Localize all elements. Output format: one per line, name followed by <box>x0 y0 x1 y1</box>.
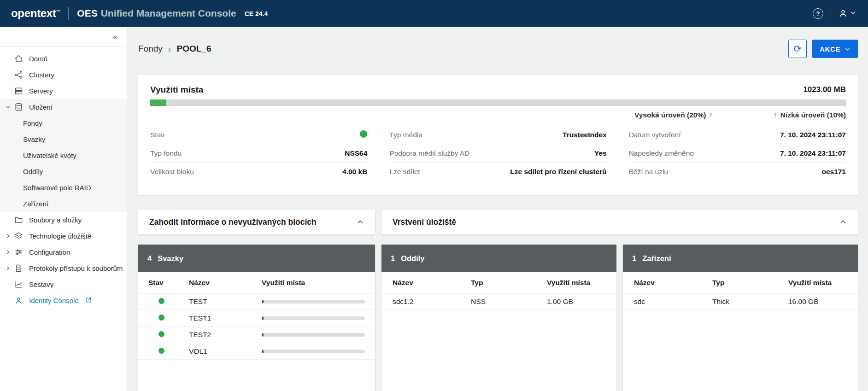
tiering-section: Vrstvení úložiště 1 Oddíly Název Typ <box>381 210 858 391</box>
section-title: Zahodit informace o nevyužívaných blocíc… <box>149 217 317 227</box>
sidebar-item-label: Identity Console <box>29 297 79 304</box>
table-row[interactable]: sdc Thick 16.00 GB <box>623 293 858 310</box>
trademark: ™ <box>56 9 60 14</box>
breadcrumb-current: POOL_6 <box>176 44 211 54</box>
detail-label: Datum vytvoření <box>629 131 681 139</box>
refresh-button[interactable]: ⟳ <box>788 40 807 58</box>
detail-value: 7. 10. 2024 23:11:07 <box>780 149 846 158</box>
sidebar-collapse-button[interactable]: « <box>112 32 117 41</box>
actions-button-label: AKCE <box>820 45 840 53</box>
partitions-title: Oddíly <box>401 254 424 263</box>
column-header-typ: Typ <box>712 279 788 287</box>
volumes-table-header: Stav Název Využití místa <box>138 272 375 293</box>
devices-panel-header: 1 Zařízení <box>623 245 858 272</box>
device-usage: 16.00 GB <box>788 298 847 306</box>
column-header-vyuziti: Využití místa <box>262 279 365 287</box>
help-icon[interactable]: ? <box>813 8 823 19</box>
device-type: Thick <box>712 298 788 306</box>
column-header-stav: Stav <box>148 279 189 287</box>
chevron-right-icon[interactable] <box>5 265 11 271</box>
low-watermark-text: Nízká úroveň (10%) <box>780 111 846 119</box>
partitions-table: Název Typ Využití místa sdc1.2 NSS 1.00 … <box>381 272 616 391</box>
breadcrumb-parent[interactable]: Fondy <box>138 44 163 54</box>
table-row[interactable]: sdc1.2 NSS 1.00 GB <box>381 293 616 310</box>
chevron-up-icon <box>357 218 364 226</box>
sidebar-child-label: Softwarové pole RAID <box>23 184 91 192</box>
chevron-right-icon[interactable] <box>5 249 11 255</box>
tiering-panels: 1 Oddíly Název Typ Využití místa sdc1.2 <box>381 245 858 391</box>
table-row[interactable]: TEST2 <box>138 327 375 343</box>
breadcrumb: Fondy › POOL_6 <box>138 44 211 54</box>
table-row[interactable]: TEST1 <box>138 310 375 327</box>
sidebar-item-servery[interactable]: Servery <box>0 83 127 99</box>
chevron-down-icon <box>845 46 850 52</box>
status-dot <box>158 331 164 337</box>
sidebar-child-label: Fondy <box>23 119 42 127</box>
watermark-labels: Vysoká úroveň (20%) ↑ ↑ Nízká úroveň (10… <box>150 111 846 119</box>
chevron-down-icon[interactable] <box>5 104 11 110</box>
reports-icon <box>14 280 23 289</box>
sidebar-item-oddily[interactable]: Oddíly <box>0 163 127 180</box>
sidebar-item-clustery[interactable]: Clustery <box>0 67 127 83</box>
sidebar-item-identity-console[interactable]: Identity Console <box>0 292 127 309</box>
column-header-nazev: Název <box>393 279 471 287</box>
device-name: sdc <box>634 298 712 306</box>
actions-button[interactable]: AKCE <box>812 40 858 58</box>
sidebar-item-label: Soubory a složky <box>29 216 82 224</box>
sidebar-item-ulozeni[interactable]: Uložení <box>0 99 127 115</box>
sidebar-item-fondy[interactable]: Fondy <box>0 115 127 131</box>
version-badge: CE 24.4 <box>245 10 268 18</box>
detail-value: Lze sdílet pro řízení clusterů <box>510 168 606 176</box>
topbar-actions: ⟳ AKCE <box>788 40 858 58</box>
detail-label: Podpora médií služby AD <box>389 149 469 158</box>
arrow-up-icon: ↑ <box>709 111 713 119</box>
tiering-section-header[interactable]: Vrstvení úložiště <box>381 210 858 234</box>
sidebar-item-label: Technologie úložiště <box>29 232 91 240</box>
partition-usage: 1.00 GB <box>547 298 605 306</box>
sidebar-item-configuration[interactable]: Configuration <box>0 244 127 260</box>
sidebar-item-technologie-uloziste[interactable]: Technologie úložiště <box>0 228 127 244</box>
table-row[interactable]: VOL1 <box>138 343 375 360</box>
page-topbar: Fondy › POOL_6 ⟳ AKCE <box>138 40 858 58</box>
volumes-count: 4 <box>147 254 152 263</box>
sidebar-item-label: Clustery <box>29 71 54 79</box>
sidebar-item-uzivatelske-kvoty[interactable]: Uživatelské kvóty <box>0 147 127 163</box>
sidebar-child-label: Uživatelské kvóty <box>23 152 76 159</box>
sidebar-item-soubory-a-slozky[interactable]: Soubory a složky <box>0 212 127 228</box>
sidebar-item-softwarove-pole-raid[interactable]: Softwarové pole RAID <box>0 180 127 196</box>
sidebar-item-zarizeni[interactable]: Zařízení <box>0 196 127 212</box>
detail-value: 4.00 kB <box>342 168 367 176</box>
usage-progress-bar <box>150 99 846 106</box>
sidebar-item-sestavy[interactable]: Sestavy <box>0 276 127 292</box>
usage-bar-fill <box>262 300 264 303</box>
pool-details-grid: Stav Typ média TrusteeIndex Datum vytvoř… <box>150 126 846 181</box>
low-watermark-label: ↑ Nízká úroveň (10%) <box>774 111 846 119</box>
user-menu[interactable] <box>839 9 856 18</box>
detail-velikost-bloku: Velikost bloku 4.00 kB <box>150 163 367 181</box>
product-prefix: OES <box>77 8 97 18</box>
section-title: Vrstvení úložiště <box>393 217 456 227</box>
status-dot <box>158 298 164 304</box>
table-row[interactable]: TEST <box>138 293 375 310</box>
chevron-right-icon[interactable] <box>5 233 11 239</box>
sidebar-item-domu[interactable]: Domů <box>0 51 127 67</box>
volumes-table: Stav Název Využití místa TEST TEST1 <box>138 272 375 391</box>
usage-bar-fill <box>262 350 264 353</box>
logo-text: opentext <box>11 7 56 19</box>
usage-title: Využití místa <box>150 85 203 95</box>
column-header-vyuziti: Využití místa <box>547 279 605 287</box>
volume-name: TEST <box>189 298 258 306</box>
main-content: Fondy › POOL_6 ⟳ AKCE Využití místa 1023… <box>127 27 868 391</box>
sidebar-item-protokoly-pristupu[interactable]: Protokoly přístupu k souborům <box>0 260 127 276</box>
opentext-logo: opentext™ <box>11 7 60 20</box>
detail-typ-media: Typ média TrusteeIndex <box>389 126 606 144</box>
sidebar-item-svazky[interactable]: Svazky <box>0 131 127 147</box>
sidebar-group-ulozeni: Uložení Fondy Svazky Uživatelské kvóty O… <box>0 99 127 212</box>
detail-bezi-na-uzlu: Běží na uzlu oes171 <box>629 163 846 181</box>
detail-label: Typ fondu <box>150 149 182 158</box>
discard-section-header[interactable]: Zahodit informace o nevyužívaných blocíc… <box>138 210 375 234</box>
sidebar-child-label: Zařízení <box>23 200 48 208</box>
chevron-up-icon <box>839 218 847 226</box>
sidebar-item-label: Uložení <box>29 103 53 111</box>
usage-bar <box>262 333 365 337</box>
